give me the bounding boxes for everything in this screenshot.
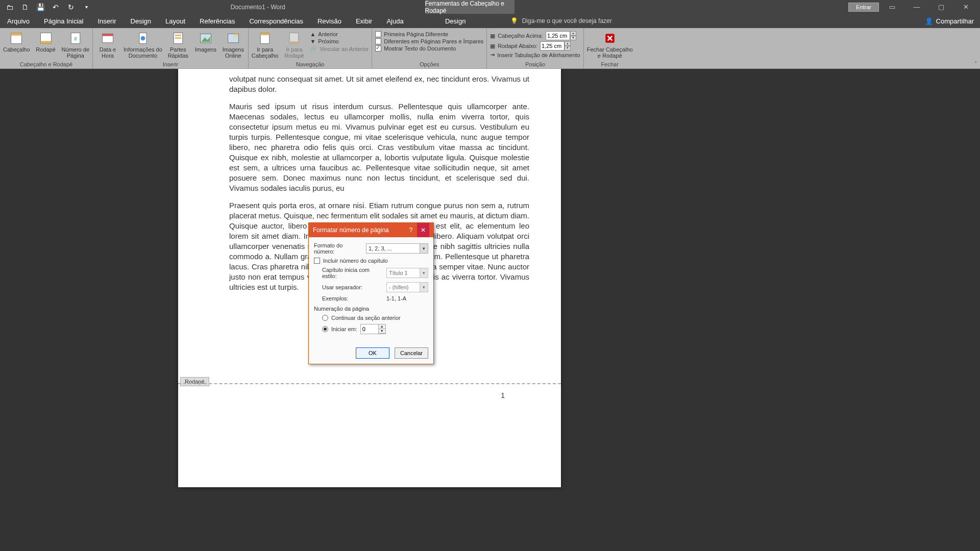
ir-rodape-button[interactable]: Ir para Rodapé <box>282 30 306 61</box>
cabecalho-acima-spinner[interactable]: ▲▼ <box>546 31 576 40</box>
minimize-button[interactable]: — <box>905 1 928 13</box>
rodape-abaixo-input[interactable] <box>540 41 565 51</box>
partes-rapidas-button[interactable]: Partes Rápidas <box>166 30 190 61</box>
data-hora-button[interactable]: Data e Hora <box>96 30 119 61</box>
dialog-close-button[interactable]: ✕ <box>417 223 429 237</box>
quick-parts-icon <box>170 31 186 45</box>
paragraph-1: Mauris sed ipsum ut risus interdum cursu… <box>229 102 529 193</box>
checkbox-checked-icon <box>375 45 381 52</box>
footer-bottom-icon: ▦ <box>490 43 495 49</box>
share-icon: 👤 <box>925 17 933 25</box>
new-doc-icon[interactable]: 🗋 <box>20 3 30 12</box>
goto-header-icon <box>257 31 273 45</box>
group-label-opcoes: Opções <box>375 61 483 68</box>
svg-rect-3 <box>40 41 51 43</box>
sign-in-button[interactable]: Entrar <box>848 3 879 12</box>
checkbox-icon <box>375 38 381 44</box>
footer-separator <box>178 383 561 384</box>
format-page-number-dialog: Formatar número de página ? ✕ Formato do… <box>308 222 434 364</box>
dialog-titlebar[interactable]: Formatar número de página ? ✕ <box>309 223 433 237</box>
rodape-abaixo-spinner[interactable]: ▲▼ <box>540 41 571 51</box>
spin-up-icon[interactable]: ▲ <box>378 324 385 329</box>
ok-button[interactable]: OK <box>356 347 389 359</box>
maximize-button[interactable]: ▢ <box>930 1 952 13</box>
undo-icon[interactable]: ↶ <box>51 3 60 12</box>
imagens-button[interactable]: Imagens <box>194 30 217 61</box>
cabecalho-button[interactable]: Cabeçalho <box>3 30 30 61</box>
group-cabecalho-rodape: Cabeçalho Rodapé # Número de Página Cabe… <box>0 28 93 68</box>
fechar-cabecalho-rodape-button[interactable]: Fechar Cabeçalho e Rodapé <box>587 30 633 61</box>
tab-ajuda[interactable]: Ajuda <box>379 14 410 28</box>
exemplos-label: Exemplos: <box>322 295 383 302</box>
spin-down-icon[interactable]: ▼ <box>378 329 385 334</box>
spin-up-icon[interactable]: ▲ <box>565 41 571 46</box>
close-window-button[interactable]: ✕ <box>954 1 977 13</box>
footer-icon <box>38 31 54 45</box>
dialog-help-button[interactable]: ? <box>405 227 417 234</box>
group-label-fechar: Fechar <box>587 61 633 68</box>
cabecalho-acima-input[interactable] <box>546 31 570 40</box>
redo-icon[interactable]: ↻ <box>66 3 76 12</box>
continuar-radio[interactable]: Continuar da seção anterior <box>322 315 428 321</box>
collapse-ribbon-icon[interactable]: ˄ <box>974 61 977 66</box>
date-time-icon <box>100 31 116 45</box>
svg-point-16 <box>234 34 238 37</box>
iniciar-em-radio[interactable]: Iniciar em: ▲▼ <box>322 324 428 334</box>
separador-label: Usar separador: <box>322 284 383 290</box>
svg-rect-20 <box>290 41 299 43</box>
incluir-capitulo-check[interactable]: Incluir número do capítulo <box>314 258 428 264</box>
save-icon[interactable]: 💾 <box>36 3 45 12</box>
ir-cabecalho-button[interactable]: Ir para Cabeçalho <box>252 30 279 61</box>
dialog-title: Formatar número de página <box>313 227 405 234</box>
tab-layout[interactable]: Layout <box>158 14 192 28</box>
folder-icon[interactable]: 🗀 <box>5 3 14 12</box>
context-tab-title: Ferramentas de Cabeçalho e Rodapé <box>425 0 514 14</box>
radio-checked-icon <box>322 326 328 332</box>
tab-revisao[interactable]: Revisão <box>310 14 349 28</box>
chevron-down-icon: ▾ <box>420 283 428 292</box>
proximo-button[interactable]: ▼Próximo <box>310 38 369 44</box>
tab-pagina-inicial[interactable]: Página Inicial <box>37 14 90 28</box>
tab-arquivo[interactable]: Arquivo <box>0 14 37 28</box>
chevron-down-icon: ▾ <box>420 268 428 278</box>
group-posicao: ▦ Cabeçalho Acima: ▲▼ ▦ Rodapé Abaixo: ▲… <box>487 28 583 68</box>
tab-design[interactable]: Design <box>124 14 158 28</box>
primeira-diferente-check[interactable]: Primeira Página Diferente <box>375 31 483 37</box>
iniciar-em-spinner[interactable]: ▲▼ <box>360 324 386 334</box>
document-area: volutpat nunc consequat sit amet. Ut sit… <box>0 69 980 551</box>
next-icon: ▼ <box>310 38 315 44</box>
tab-exibir[interactable]: Exibir <box>349 14 380 28</box>
imagens-online-button[interactable]: Imagens Online <box>222 30 245 61</box>
spin-down-icon[interactable]: ▼ <box>565 46 571 51</box>
numero-pagina-button[interactable]: # Número de Página <box>62 30 89 61</box>
anterior-button[interactable]: ▲Anterior <box>310 31 369 37</box>
cancel-button[interactable]: Cancelar <box>395 347 428 359</box>
group-label-posicao: Posição <box>490 61 580 68</box>
spin-up-icon[interactable]: ▲ <box>570 31 576 36</box>
online-images-icon <box>225 31 241 45</box>
tab-inserir[interactable]: Inserir <box>90 14 123 28</box>
group-opcoes: Primeira Página Diferente Diferentes em … <box>372 28 487 68</box>
mostrar-texto-check[interactable]: Mostrar Texto do Documento <box>375 45 483 52</box>
vincular-button[interactable]: 🔗Vincular ao Anterior <box>310 45 369 52</box>
rodape-button[interactable]: Rodapé <box>34 30 58 61</box>
tab-align-icon: ⇥ <box>490 52 495 58</box>
ribbon-display-icon[interactable]: ▭ <box>881 1 903 13</box>
tab-referencias[interactable]: Referências <box>192 14 242 28</box>
paragraph-tail: volutpat nunc consequat sit amet. Ut sit… <box>229 74 529 94</box>
group-label-inserir: Inserir <box>96 61 245 68</box>
tab-context-design[interactable]: Design <box>411 14 500 28</box>
share-button[interactable]: 👤 Compartilhar <box>925 17 974 25</box>
tell-me-box[interactable]: 💡 Diga-me o que você deseja fazer <box>510 17 925 24</box>
iniciar-em-input[interactable] <box>361 324 378 334</box>
pares-impares-check[interactable]: Diferentes em Páginas Pares e Ímpares <box>375 38 483 44</box>
chevron-down-icon[interactable]: ▾ <box>420 244 428 253</box>
formato-numero-combo[interactable]: 1, 2, 3, ... ▾ <box>366 243 428 254</box>
info-doc-button[interactable]: Informações do Documento <box>124 30 162 61</box>
qat-customize-icon[interactable]: ▾ <box>82 3 91 12</box>
spin-down-icon[interactable]: ▼ <box>570 36 576 40</box>
cap-estilo-value: Título 1 <box>389 270 408 276</box>
tab-correspondencias[interactable]: Correspondências <box>242 14 310 28</box>
inserir-tabulacao-button[interactable]: ⇥Inserir Tabulação de Alinhamento <box>490 52 580 58</box>
rodape-abaixo-row: ▦ Rodapé Abaixo: ▲▼ <box>490 41 580 51</box>
